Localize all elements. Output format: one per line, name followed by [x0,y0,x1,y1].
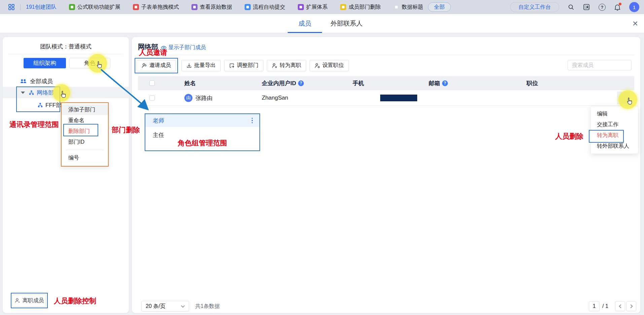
menu-item-delete-dept[interactable]: 删除部门 [62,126,108,137]
chevron-down-icon [181,304,185,308]
nav-item-view-raw-data[interactable]: 查看原始数据 [191,4,232,11]
set-position-button[interactable]: 设置职位 [310,60,349,71]
member-search [568,60,632,70]
app-icon-yellow [393,4,399,10]
nav-item-formula-extension[interactable]: 公式联动功能扩展 [69,4,120,11]
phone-redaction-block [380,95,417,101]
col-phone: 手机 [353,76,364,90]
batch-export-label: 批量导出 [194,62,216,69]
role-group-header: 老师 [145,114,259,127]
tree-item-label: 全部成员 [30,77,53,85]
adjust-dept-button[interactable]: 调整部门 [224,60,263,71]
team-mode-title: 团队模式：普通模式 [3,43,129,50]
role-group-card: 老师 主任 角色组管理范围 [145,113,260,151]
topbar-right: 自定义工作台 ? 1 [510,2,639,12]
role-item[interactable]: 主任 [145,127,259,139]
nav-item-data-title[interactable]: 数据标题 [393,4,423,11]
help-badge-icon[interactable]: ? [442,80,448,86]
menu-item-handover[interactable]: 交接工作 [591,119,638,130]
page-tabbar: 成员 外部联系人 × [0,14,644,33]
col-email: 邮箱 ? [429,76,448,90]
invite-member-button[interactable]: 邀请成员 [137,60,176,71]
annotation-resign-control: 人员删除控制 [54,296,96,306]
active-tab-underline [288,32,322,33]
notification-bell-icon[interactable] [614,3,621,11]
show-subdept-link[interactable]: 显示子部门成员 [161,44,206,51]
batch-export-button[interactable]: 批量导出 [181,60,221,71]
page-size-select[interactable]: 20 条/页 [141,301,189,312]
prev-page-button[interactable] [615,301,625,311]
menu-item-to-external[interactable]: 转外部联系人 [591,141,638,151]
user-avatar[interactable]: 1 [629,2,639,12]
tab-external-contacts[interactable]: 外部联系人 [323,14,370,33]
org-structure-button[interactable]: 组织架构 [24,58,66,68]
total-count-label: 共1条数据 [195,301,220,312]
menu-item-to-resign[interactable]: 转为离职 [591,130,638,141]
menu-item-dept-id[interactable]: 部门ID [62,137,108,147]
app-icon-green [133,4,139,10]
member-name: 张路由 [195,94,213,102]
member-toolbar: 邀请成员 批量导出 调整部门 转为离职 设置职位 [135,57,349,74]
nav-label: 查看原始数据 [200,4,232,11]
menu-item-number[interactable]: 编号 [62,152,108,163]
page-number-input[interactable] [589,301,600,311]
nav-item-auto-submit[interactable]: 流程自动提交 [245,4,285,11]
nav-label: 子表单拖拽模式 [141,4,179,11]
annotation-box-resigned: 离职成员 [11,293,48,308]
notification-dot [619,3,621,5]
all-pill-button[interactable]: 全部 [428,2,451,12]
menu-item-rename[interactable]: 重命名 [62,115,108,126]
annotation-dept-delete: 部门删除 [112,125,140,135]
topbar: 191创建团队 公式联动功能扩展 子表单拖拽模式 查看原始数据 流程自动提交 扩… [0,0,644,14]
role-group-name[interactable]: 老师 [153,117,250,125]
nav-label: 数据标题 [402,4,423,11]
member-table-header: 姓名 企业内用户ID ? 手机 邮箱 ? 职位 [138,76,634,90]
tree-item-dept-network[interactable]: 网络部 [3,87,129,98]
select-all-checkbox[interactable] [149,80,155,86]
annotation-invite: 人员邀请 [139,48,167,57]
to-resign-button[interactable]: 转为离职 [267,60,306,71]
members-main-panel: 网络部 显示子部门成员 人员邀请 邀请成员 批量导出 [132,37,640,313]
app-icon-red [191,4,198,10]
row-more-actions-button[interactable] [617,92,630,104]
member-table-row[interactable]: 由 张路由 ZhangSan [138,90,634,106]
custom-workbench-button[interactable]: 自定义工作台 [510,2,559,12]
nav-item-member-dept-delete[interactable]: 成员部门删除 [340,4,381,11]
download-icon [186,63,192,68]
more-dots-icon[interactable] [250,116,254,125]
row-checkbox[interactable] [149,95,155,101]
team-name-link[interactable]: 191创建团队 [26,4,57,11]
help-icon[interactable]: ? [599,4,606,11]
tab-members[interactable]: 成员 [284,14,326,33]
app-grid-icon[interactable] [8,4,15,10]
app-icon-green [69,4,75,10]
contacts-icon[interactable] [583,3,590,11]
menu-divider [66,150,104,150]
to-resign-label: 转为离职 [280,62,301,69]
annotation-role-scope: 角色组管理范围 [145,138,259,148]
person-gear-icon [315,63,320,68]
nav-item-extension-system[interactable]: 扩展体系 [298,4,328,11]
menu-item-add-subdept[interactable]: 添加子部门 [62,104,108,115]
next-page-button[interactable] [626,301,636,311]
nav-item-subform-drag[interactable]: 子表单拖拽模式 [133,4,179,11]
nav-label: 公式联动功能扩展 [77,4,120,11]
col-position: 职位 [527,76,538,90]
resigned-members-button[interactable]: 离职成员 [12,294,46,307]
page-total-label: / 1 [602,301,608,311]
cell-user-id: ZhangSan [262,90,288,106]
annotation-box-invite: 邀请成员 [135,58,178,73]
caret-down-icon[interactable] [21,92,25,94]
role-button[interactable]: 角色 [69,58,110,68]
members-group-icon [20,79,27,84]
annotation-contact-scope: 通讯录管理范围 [9,120,59,129]
search-icon[interactable] [568,4,574,10]
sidebar-divider [8,54,123,54]
tree-item-all-members[interactable]: 全部成员 [3,75,129,87]
help-badge-icon[interactable]: ? [298,80,304,86]
invite-member-label: 邀请成员 [149,62,171,69]
close-icon[interactable]: × [633,17,638,30]
app-icon-blue [298,4,304,10]
menu-item-edit[interactable]: 编辑 [591,108,638,119]
member-search-input[interactable] [572,62,642,68]
